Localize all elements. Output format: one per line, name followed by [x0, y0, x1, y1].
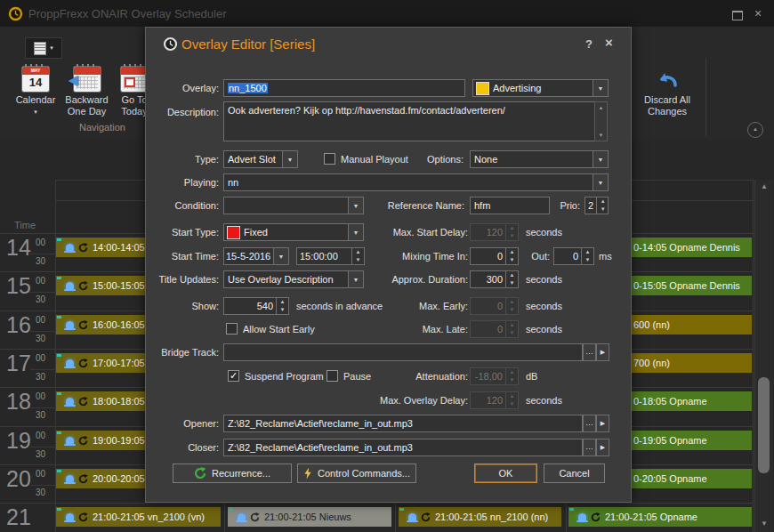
cancel-button[interactable]: Cancel	[544, 463, 605, 483]
reference-name-label: Reference Name:	[347, 197, 464, 214]
allow-start-early-checkbox[interactable]	[226, 323, 238, 335]
spinner-buttons: ▲▼	[505, 368, 518, 384]
play-preview-button[interactable]: ▶	[596, 415, 609, 432]
vertical-scrollbar[interactable]: ▲ ▼	[754, 180, 773, 532]
discard-all-changes-button[interactable]: Discard All Changes	[633, 60, 702, 138]
play-preview-button[interactable]: ▶	[596, 439, 609, 456]
close-dialog-button[interactable]: ×	[605, 35, 613, 50]
mixing-time-in-spinner[interactable]: 0 ▲▼	[470, 247, 519, 265]
control-commands-button[interactable]: Control Commands...	[297, 463, 416, 483]
prio-spinner[interactable]: 2 ▲▼	[585, 197, 609, 214]
event-label: 21:00-21:05 Opname	[605, 512, 697, 522]
event-marker	[229, 508, 233, 511]
suspend-program-checkbox[interactable]: ✓	[228, 370, 239, 382]
scroll-up-icon[interactable]: ▲	[759, 182, 770, 190]
event-block[interactable]: 21:00-21:05 vn_2100 (vn)	[56, 507, 221, 527]
browse-button[interactable]: …	[583, 415, 596, 432]
repeat-icon	[78, 436, 88, 446]
pause-checkbox[interactable]	[327, 370, 338, 382]
event-block[interactable]: 21:00-21:05 Nieuws	[228, 507, 391, 527]
bridge-track-input[interactable]	[223, 343, 583, 361]
scrollbar-thumb[interactable]	[758, 377, 770, 473]
dialog-clock-icon	[163, 36, 178, 52]
bell-icon	[66, 359, 74, 367]
start-type-select[interactable]: Fixed ▼	[223, 223, 364, 241]
show-in-advance-spinner[interactable]: 540 ▲▼	[223, 297, 289, 315]
view-list-icon	[34, 42, 46, 55]
repeat-icon	[78, 243, 88, 253]
mixing-time-out-label: Out:	[514, 247, 550, 265]
start-date-select[interactable]: 15-5-2016 ▼	[223, 247, 289, 265]
ribbon-view-tab[interactable]: ▾	[25, 37, 62, 59]
opener-label: Opener:	[146, 415, 219, 432]
overlay-editor-dialog: Overlay Editor [Series] ? × Overlay: nn_…	[145, 27, 632, 503]
title-updates-select[interactable]: Use Overlay Description ▼	[223, 270, 364, 288]
chevron-down-icon[interactable]: ▼	[593, 174, 608, 190]
seconds-unit-label: seconds	[526, 223, 562, 241]
calendar-today-icon	[121, 67, 148, 92]
pause-label: Pause	[343, 367, 371, 385]
chevron-down-icon[interactable]: ▼	[593, 80, 608, 96]
max-overlay-delay-label: Max. Overlay Delay:	[351, 391, 468, 409]
category-select[interactable]: Advertising ▼	[472, 79, 609, 97]
closer-path-input[interactable]: Z:\82_Reclame\Actief\reclame_in_out.mp3	[223, 439, 583, 456]
recurrence-button[interactable]: Recurrence...	[173, 463, 292, 483]
event-block[interactable]: 21:00-21:05 nn_2100 (nn)	[399, 507, 561, 527]
browse-button[interactable]: …	[583, 439, 596, 456]
bell-icon	[238, 513, 246, 520]
spinner-buttons: ▲▼	[505, 224, 518, 240]
attenuation-spinner: -18,00 ▲▼	[470, 367, 519, 385]
scroll-up-icon[interactable]: ▲	[595, 105, 607, 110]
time-column-header: Time	[14, 220, 36, 230]
max-late-label: Max. Late:	[351, 320, 468, 338]
spinner-buttons[interactable]: ▲▼	[505, 271, 518, 287]
scroll-down-icon[interactable]: ▼	[759, 520, 770, 528]
closer-label: Closer:	[146, 439, 219, 456]
chevron-down-icon[interactable]: ▼	[273, 248, 288, 264]
opener-path-input[interactable]: Z:\82_Reclame\Actief\reclame_in_out.mp3	[223, 415, 583, 432]
scroll-down-icon[interactable]: ▼	[595, 133, 607, 138]
mixing-time-in-label: Mixing Time In:	[351, 247, 468, 265]
bell-icon	[66, 282, 74, 289]
ribbon-collapse-button[interactable]: ▲	[747, 122, 763, 138]
type-select[interactable]: Advert Slot ▼	[223, 150, 298, 168]
overlay-name-input[interactable]: nn_1500	[223, 79, 465, 97]
chevron-down-icon[interactable]: ▼	[282, 151, 297, 167]
condition-label: Condition:	[146, 197, 219, 214]
event-marker	[57, 238, 61, 241]
bell-icon	[578, 513, 586, 520]
repeat-icon	[78, 512, 88, 522]
description-textarea[interactable]: Ook adverteren? Kijk op http://havenstad…	[223, 101, 595, 141]
manual-playout-checkbox[interactable]	[324, 153, 335, 165]
playing-select[interactable]: nn ▼	[223, 173, 609, 191]
event-label: 15:00-15:05	[93, 280, 145, 291]
maximize-button[interactable]	[732, 11, 743, 20]
max-early-spinner: 0 ▲▼	[470, 297, 519, 315]
ok-button[interactable]: OK	[474, 463, 537, 483]
event-label: 0-20:05 Opname	[633, 473, 707, 484]
spinner-buttons: ▲▼	[505, 392, 518, 408]
chevron-down-icon[interactable]: ▼	[593, 151, 608, 167]
ribbon-group-label: Navigation	[49, 122, 156, 133]
options-select[interactable]: None ▼	[470, 150, 609, 168]
type-label: Type:	[146, 150, 219, 168]
spinner-buttons[interactable]: ▲▼	[581, 248, 593, 264]
browse-button[interactable]: …	[583, 343, 596, 361]
approx-duration-spinner[interactable]: 300 ▲▼	[470, 270, 519, 288]
event-label: 21:00-21:05 Nieuws	[264, 512, 351, 522]
show-label: Show:	[146, 297, 219, 315]
help-button[interactable]: ?	[585, 37, 593, 51]
close-window-button[interactable]: ×	[754, 6, 762, 20]
reference-name-input[interactable]: hfm	[470, 197, 550, 214]
spinner-buttons[interactable]: ▲▼	[596, 197, 609, 214]
spinner-buttons[interactable]: ▲▼	[276, 298, 288, 314]
event-block[interactable]: 21:00-21:05 Opname	[568, 507, 752, 527]
description-scrollbar[interactable]: ▲ ▼	[594, 101, 608, 141]
play-preview-button[interactable]: ▶	[596, 343, 609, 361]
event-label: 14:00-14:05	[93, 242, 145, 253]
overlay-label: Overlay:	[146, 79, 219, 97]
approx-duration-label: Approx. Duration:	[351, 270, 468, 288]
condition-select[interactable]: ▼	[223, 197, 364, 214]
mixing-time-out-spinner[interactable]: 0 ▲▼	[553, 247, 594, 265]
spinner-buttons: ▲▼	[505, 321, 518, 337]
